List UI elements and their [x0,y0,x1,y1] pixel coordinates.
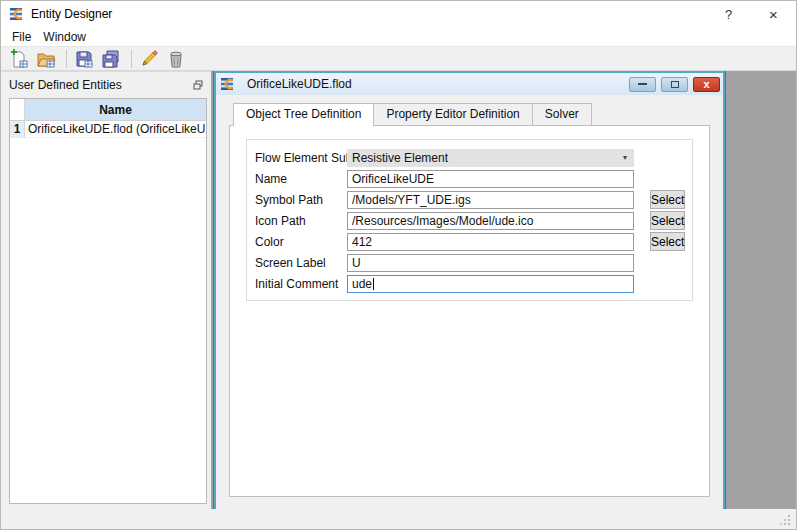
initial-comment-input[interactable] [347,275,634,293]
save-icon [74,49,94,69]
toolbar-separator [131,50,132,68]
entity-table: Name 1 OrificeLikeUDE.flod (OrificeLikeU… [9,98,207,504]
user-defined-entities-panel: User Defined Entities Name 1 OrificeLike… [1,71,211,509]
window-title: Entity Designer [31,7,112,21]
open-entity-button[interactable] [34,48,58,70]
edit-button[interactable] [137,48,161,70]
tab-solver[interactable]: Solver [532,103,592,125]
form-row: Flow Element Subtype Resistive Element ▾ [255,147,684,168]
dock-header: User Defined Entities [1,72,211,96]
tab-bar: Object Tree Definition Property Editor D… [233,103,710,125]
restore-button[interactable] [661,77,688,92]
resize-grip-icon[interactable] [779,514,791,526]
name-label: Name [255,172,347,186]
color-input[interactable] [347,233,634,251]
screen-label-label: Screen Label [255,256,347,270]
minimize-icon [638,83,647,85]
dock-title: User Defined Entities [9,78,191,92]
save-entity-button[interactable] [72,48,96,70]
document-body: Object Tree Definition Property Editor D… [216,95,723,509]
title-bar: Entity Designer ? × [1,1,796,27]
icon-path-select-button[interactable]: Select [650,211,685,230]
flow-element-subtype-combobox[interactable]: Resistive Element ▾ [347,149,634,167]
form-row: Screen Label [255,252,684,273]
document-title: OrificeLikeUDE.flod [247,77,352,91]
delete-button[interactable] [164,48,188,70]
dock-float-button[interactable] [191,78,205,92]
save-all-icon [101,49,121,69]
menu-file[interactable]: File [6,29,37,45]
trash-icon [166,49,186,69]
float-icon [193,80,203,90]
form-row: Color Select [255,231,684,252]
table-empty-area [10,138,206,503]
name-column-header[interactable]: Name [25,99,206,120]
document-close-button[interactable]: x [693,77,720,92]
new-entity-button[interactable] [7,48,31,70]
symbol-path-select-button[interactable]: Select [650,190,685,209]
menu-window[interactable]: Window [37,29,92,45]
entity-name-cell[interactable]: OrificeLikeUDE.flod (OrificeLikeUDE) [25,121,206,138]
flow-element-subtype-label: Flow Element Subtype [255,151,347,165]
icon-path-input[interactable] [347,212,634,230]
entity-table-header: Name [10,99,206,121]
new-entity-icon [9,49,29,69]
entity-properties-group: Flow Element Subtype Resistive Element ▾… [246,139,693,301]
save-all-button[interactable] [99,48,123,70]
toolbar-separator [66,50,67,68]
document-title-bar[interactable]: OrificeLikeUDE.flod x [216,73,723,95]
status-bar [1,509,796,529]
open-icon [36,49,56,69]
screen-label-input[interactable] [347,254,634,272]
initial-comment-label: Initial Comment [255,277,347,291]
table-corner-cell[interactable] [10,99,25,120]
menu-bar: File Window [1,27,796,46]
form-row: Symbol Path Select [255,189,684,210]
text-caret [373,278,374,290]
name-input[interactable] [347,170,634,188]
icon-path-label: Icon Path [255,214,347,228]
form-row: Initial Comment [255,273,684,294]
chevron-down-icon: ▾ [623,153,627,162]
toolbar [1,46,796,71]
table-row[interactable]: 1 OrificeLikeUDE.flod (OrificeLikeUDE) [10,121,206,138]
app-logo-icon [9,6,25,22]
minimize-button[interactable] [629,77,656,92]
object-tree-definition-page: Flow Element Subtype Resistive Element ▾… [229,125,710,497]
entity-designer-window: Entity Designer ? × File Window [0,0,797,530]
tab-property-editor-definition[interactable]: Property Editor Definition [373,103,532,125]
color-select-button[interactable]: Select [650,232,685,251]
main-area: User Defined Entities Name 1 OrificeLike… [1,71,796,509]
form-row: Icon Path Select [255,210,684,231]
mdi-area: OrificeLikeUDE.flod x Object Tree Defini… [211,71,796,509]
close-button[interactable]: × [751,1,796,27]
document-icon [220,76,236,92]
row-number[interactable]: 1 [10,121,25,138]
symbol-path-input[interactable] [347,191,634,209]
document-window: OrificeLikeUDE.flod x Object Tree Defini… [214,71,725,509]
tab-object-tree-definition[interactable]: Object Tree Definition [233,103,374,126]
restore-icon [671,81,679,88]
form-row: Name [255,168,684,189]
pencil-icon [139,49,159,69]
help-button[interactable]: ? [706,1,751,27]
symbol-path-label: Symbol Path [255,193,347,207]
color-label: Color [255,235,347,249]
